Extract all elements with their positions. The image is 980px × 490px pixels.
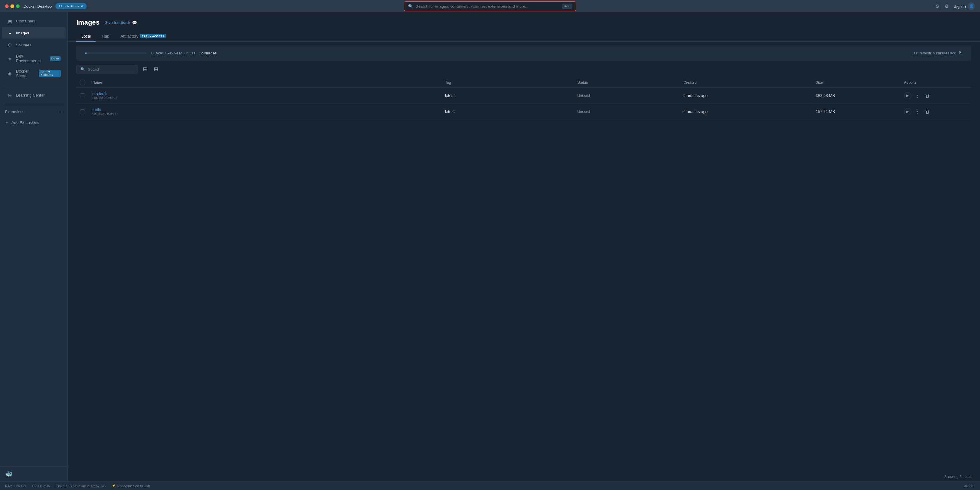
storage-info: 0 Bytes / 545.54 MB in use 2 images Last… [76,45,971,61]
table-header-row: Name Tag Status Created Size Actions [76,78,971,88]
row-checkbox-cell [76,88,89,104]
row-checkbox-row-mariadb[interactable] [80,93,85,98]
titlebar: Docker Desktop Update to latest 🔍 ⌘K ⚙ ⚙… [0,0,980,12]
avatar: 👤 [968,2,975,10]
keyboard-shortcut-badge: ⌘K [562,4,572,9]
row-actions-row-redis: ▶ ⋮ 🗑 [900,104,971,120]
row-name-cell: mariadb 8b53a122ed24 ⎘ [89,88,441,104]
delete-button-row-redis[interactable]: 🗑 [924,108,931,116]
tab-hub[interactable]: Hub [97,32,114,41]
header-actions: Actions [900,78,971,88]
tab-hub-label: Hub [102,34,109,38]
copy-id-button-row-mariadb[interactable]: ⎘ [116,96,118,100]
table-row: mariadb 8b53a122ed24 ⎘ latest Unused 2 m… [76,88,971,104]
sidebar-label-learning-center: Learning Center [16,93,45,97]
status-cpu: CPU 0.25% [32,484,49,488]
header-size: Size [812,78,900,88]
signin-label: Sign in [953,4,966,9]
images-count: 2 images [200,51,217,56]
showing-count: Showing 2 items [68,472,980,481]
page-title: Images [76,19,100,27]
extensions-icon[interactable]: ⚙ [935,3,939,9]
sidebar-label-dev-environments: Dev Environments [16,54,47,63]
close-button[interactable] [5,4,9,8]
image-id-row-redis: f361c7d940d4 ⎘ [92,112,438,116]
table-toolbar: 🔍 ⊟ ⊞ [68,65,980,78]
status-bar: RAM 1.86 GB CPU 0.25% Disk 57.15 GB avai… [0,481,980,490]
table-search-input[interactable] [88,67,139,72]
tab-local[interactable]: Local [76,32,96,41]
row-name-cell: redis f361c7d940d4 ⎘ [89,104,441,120]
run-button-row-redis[interactable]: ▶ [904,108,912,115]
add-icon: ＋ [5,120,9,125]
header-tag: Tag [441,78,574,88]
row-created-row-mariadb: 2 months ago [679,88,812,104]
artifactory-early-badge: EARLY ACCESS [140,34,165,38]
minimize-button[interactable] [11,4,14,8]
docker-scout-icon: ◉ [7,70,13,76]
sidebar-item-docker-scout[interactable]: ◉ Docker Scout EARLY ACCESS [2,66,65,81]
sidebar-item-dev-environments[interactable]: ◈ Dev Environments BETA [2,51,65,66]
ram-label: RAM 1.86 GB [5,484,26,488]
tab-artifactory[interactable]: Artifactory EARLY ACCESS [115,32,170,41]
feedback-icon: 💬 [132,20,137,25]
storage-used: 0 Bytes [151,51,164,56]
row-tag-row-mariadb: latest [441,88,574,104]
sidebar-item-containers[interactable]: ▣ Containers [2,15,65,27]
more-options-button-row-redis[interactable]: ⋮ [914,107,921,116]
table: Name Tag Status Created Size Actions mar… [76,78,971,120]
global-search-input[interactable] [415,4,560,9]
refresh-button[interactable]: ↻ [959,50,963,56]
tab-artifactory-label: Artifactory [120,34,138,38]
settings-icon[interactable]: ⚙ [944,3,948,9]
feedback-link[interactable]: Give feedback 💬 [105,20,137,25]
update-button[interactable]: Update to latest [56,3,86,9]
global-search-bar[interactable]: 🔍 ⌘K [404,1,576,11]
sidebar: ▣ Containers ☁ Images ⬡ Volumes ◈ Dev En… [0,12,68,481]
header-created: Created [679,78,812,88]
row-tag-row-redis: latest [441,104,574,120]
hub-icon: ⚡ [112,484,116,488]
hub-status-label: Not connected to Hub [117,484,150,488]
copy-id-button-row-redis[interactable]: ⎘ [115,112,117,116]
run-button-row-mariadb[interactable]: ▶ [904,92,912,99]
columns-button[interactable]: ⊞ [152,65,159,74]
row-checkbox-row-redis[interactable] [80,109,85,114]
extensions-section-header: Extensions ⋯ [0,107,67,117]
header-status: Status [574,78,679,88]
signin-button[interactable]: Sign in 👤 [953,2,975,10]
sidebar-add-extensions[interactable]: ＋ Add Extensions [0,117,67,128]
cpu-label: CPU 0.25% [32,484,49,488]
image-name-row-mariadb[interactable]: mariadb [92,91,438,96]
row-checkbox-cell [76,104,89,120]
table-search-container[interactable]: 🔍 [76,65,138,74]
images-table: Name Tag Status Created Size Actions mar… [68,78,980,472]
whale-icon[interactable]: 🐳 [5,470,62,478]
more-options-button-row-mariadb[interactable]: ⋮ [914,91,921,100]
feedback-label: Give feedback [105,20,130,25]
app-title: Docker Desktop [23,4,52,9]
select-all-checkbox[interactable] [80,80,85,85]
page-header: Images Give feedback 💬 [68,12,980,27]
delete-button-row-mariadb[interactable]: 🗑 [924,92,931,100]
sidebar-item-volumes[interactable]: ⬡ Volumes [2,39,65,51]
row-created-row-redis: 4 months ago [679,104,812,120]
sidebar-nav-section: ▣ Containers ☁ Images ⬡ Volumes ◈ Dev En… [0,12,67,84]
learning-center-icon: ◎ [7,92,13,98]
extensions-more-button[interactable]: ⋯ [57,109,62,115]
disk-label: Disk 57.15 GB avail. of 62.67 GB [56,484,105,488]
sidebar-item-learning-center[interactable]: ◎ Learning Center [2,89,65,101]
traffic-lights [5,4,20,8]
maximize-button[interactable] [16,4,20,8]
image-name-row-redis[interactable]: redis [92,107,438,112]
sidebar-label-images: Images [16,31,29,35]
early-access-badge: EARLY ACCESS [39,70,60,77]
add-extensions-label: Add Extensions [11,120,39,125]
sidebar-item-images[interactable]: ☁ Images [2,27,65,39]
row-status-row-mariadb: Unused [574,88,679,104]
images-icon: ☁ [7,30,13,36]
storage-usage-text: 0 Bytes / 545.54 MB in use [151,51,196,56]
filter-button[interactable]: ⊟ [142,65,149,74]
containers-icon: ▣ [7,18,13,24]
image-id-text: f361c7d940d4 [92,112,114,116]
